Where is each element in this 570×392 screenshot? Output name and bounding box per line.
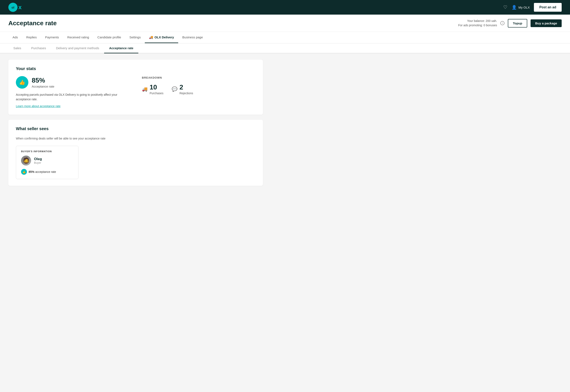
buyer-name-role: Oleg Buyer: [34, 157, 42, 164]
breakdown-rejections-info: 2 Rejections: [179, 84, 193, 95]
rate-label: Acceptance rate: [32, 85, 54, 88]
logo-ol: ol: [12, 6, 14, 9]
nav-item-settings[interactable]: Settings: [125, 32, 145, 43]
nav-item-payments[interactable]: Payments: [41, 32, 63, 43]
mini-thumbs-icon: 👍: [22, 170, 26, 173]
learn-more-link[interactable]: Learn more about acceptance rate: [16, 104, 60, 108]
seller-description: When confirming deals seller will be abl…: [16, 136, 255, 141]
nav-item-business-page[interactable]: Business page: [178, 32, 207, 43]
post-ad-button[interactable]: Post an ad: [534, 3, 562, 12]
topup-button[interactable]: Topup: [508, 19, 527, 28]
rejections-icon: 💬: [172, 86, 177, 92]
balance-right: Your balance: 200 uah. For ads promoting…: [458, 19, 562, 28]
nav-item-olx-delivery[interactable]: 🚚 OLX Delivery: [145, 32, 178, 43]
main-content: Your stats 👍 85% Acceptance rate Accepti…: [0, 53, 271, 197]
rate-values: 85% Acceptance rate: [32, 77, 54, 88]
buyer-rate-row: 👍 85% acceptance rate: [21, 169, 73, 175]
person-icon: 👤: [512, 5, 517, 10]
stats-card-title: Your stats: [16, 66, 255, 71]
seller-card-title: What seller sees: [16, 126, 255, 131]
breakdown-title: BREAKDOWN: [142, 76, 255, 79]
balance-line1: Your balance: 200 uah.: [458, 19, 497, 23]
rate-description: Accepting parcels purchased via OLX Deli…: [16, 92, 129, 102]
balance-line2: For ads promoting: 0 bonuses: [458, 23, 497, 28]
header: ol x ♡ 👤 My OLX Post an ad: [0, 0, 570, 14]
avatar: 🧔: [21, 155, 31, 166]
nav-item-candidate-profile[interactable]: Candidate profile: [93, 32, 125, 43]
sub-nav-purchases[interactable]: Purchases: [26, 43, 51, 53]
my-olx-button[interactable]: 👤 My OLX: [512, 5, 530, 10]
acceptance-rate-circle-icon: 👍: [16, 76, 28, 89]
page-title: Acceptance rate: [8, 20, 57, 27]
seller-card: What seller sees When confirming deals s…: [8, 120, 263, 186]
buyer-rate-label: acceptance rate: [35, 170, 56, 173]
stats-row: 👍 85% Acceptance rate Accepting parcels …: [16, 76, 255, 108]
purchases-count: 10: [150, 84, 163, 91]
sub-nav-acceptance-rate[interactable]: Acceptance rate: [104, 43, 138, 53]
avatar-icon: 🧔: [23, 157, 30, 164]
nav-item-ads[interactable]: Ads: [8, 32, 22, 43]
heart-icon[interactable]: ♡: [503, 5, 507, 10]
sub-nav-delivery-payment[interactable]: Delivery and payment methods: [51, 43, 104, 53]
stats-card: Your stats 👍 85% Acceptance rate Accepti…: [8, 60, 263, 115]
purchases-icon: 🚚: [142, 86, 147, 92]
buy-package-button[interactable]: Buy a package: [531, 19, 562, 27]
stats-left: 👍 85% Acceptance rate Accepting parcels …: [16, 76, 129, 108]
breakdown-purchases: 🚚 10 Purchases: [142, 84, 163, 95]
rejections-count: 2: [179, 84, 193, 91]
rate-percent: 85%: [32, 77, 54, 84]
buyer-rate-text: 85% acceptance rate: [28, 170, 56, 173]
nav-item-received-rating[interactable]: Received rating: [63, 32, 93, 43]
buyer-info-label: BUYER'S INFORMATION: [21, 150, 73, 153]
buyer-name: Oleg: [34, 157, 42, 161]
info-icon[interactable]: i: [500, 21, 504, 25]
thumbs-up-icon: 👍: [19, 79, 25, 85]
buyer-profile: 🧔 Oleg Buyer: [21, 155, 73, 166]
breakdown-items: 🚚 10 Purchases 💬 2 Rejections: [142, 84, 255, 95]
buyer-info-box: BUYER'S INFORMATION 🧔 Oleg Buyer 👍 85% a…: [16, 146, 78, 179]
logo: ol x: [8, 3, 22, 12]
logo-circle: ol: [8, 3, 17, 12]
logo-x: x: [18, 4, 22, 11]
purchases-label: Purchases: [150, 92, 163, 95]
sub-nav: Sales Purchases Delivery and payment met…: [0, 43, 570, 53]
my-olx-label: My OLX: [518, 6, 530, 9]
balance-text: Your balance: 200 uah. For ads promoting…: [458, 19, 497, 28]
delivery-truck-icon: 🚚: [149, 35, 153, 39]
rate-info: 👍 85% Acceptance rate: [16, 76, 129, 89]
nav-item-replies[interactable]: Replies: [22, 32, 41, 43]
balance-bar: Acceptance rate Your balance: 200 uah. F…: [0, 14, 570, 32]
buyer-rate-percent: 85%: [28, 170, 34, 173]
buyer-thumbs-icon: 👍: [21, 169, 27, 175]
header-right: ♡ 👤 My OLX Post an ad: [503, 3, 562, 12]
breakdown-rejections: 💬 2 Rejections: [172, 84, 193, 95]
breakdown-purchases-info: 10 Purchases: [150, 84, 163, 95]
rejections-label: Rejections: [179, 92, 193, 95]
buyer-role: Buyer: [34, 161, 42, 164]
sub-nav-sales[interactable]: Sales: [8, 43, 26, 53]
main-nav: Ads Replies Payments Received rating Can…: [0, 32, 570, 43]
stats-right: BREAKDOWN 🚚 10 Purchases 💬 2 Rejectio: [142, 76, 255, 95]
